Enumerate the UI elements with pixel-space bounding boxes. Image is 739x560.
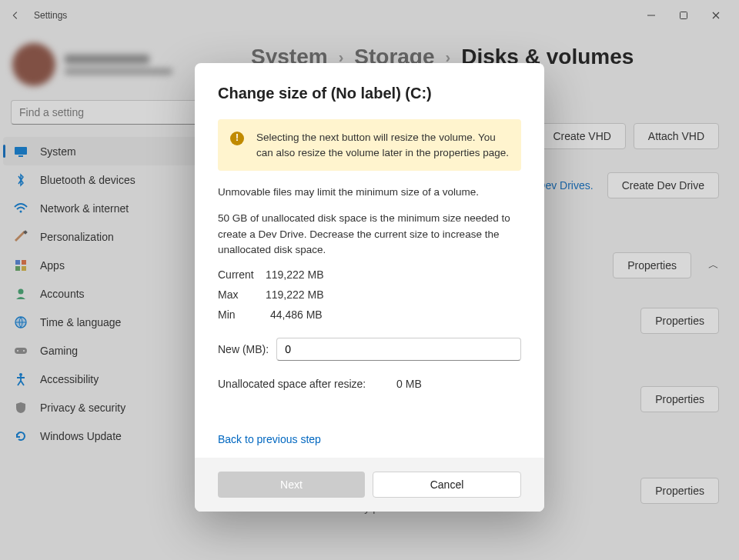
dialog-footer: Next Cancel	[195, 458, 544, 512]
dialog-title: Change size of (No label) (C:)	[218, 85, 521, 102]
dialog-note: Unmovable files may limit the minimum si…	[218, 185, 521, 200]
size-stats: Current 119,222 MB Max 119,222 MB Min 44…	[218, 268, 521, 328]
back-link[interactable]: Back to previous step	[218, 433, 521, 445]
min-value: 44,486 MB	[266, 308, 323, 328]
unallocated-label: Unallocated space after resize:	[218, 378, 366, 390]
dialog-note: 50 GB of unallocated disk space is the m…	[218, 211, 521, 258]
new-size-input[interactable]	[276, 338, 521, 361]
unallocated-value: 0 MB	[396, 378, 422, 390]
resize-volume-dialog: Change size of (No label) (C:) ! Selecti…	[195, 63, 544, 512]
max-label: Max	[218, 288, 266, 308]
current-label: Current	[218, 268, 266, 288]
unallocated-row: Unallocated space after resize: 0 MB	[218, 378, 521, 390]
max-value: 119,222 MB	[266, 288, 324, 308]
warning-icon: !	[230, 132, 244, 145]
modal-overlay: Change size of (No label) (C:) ! Selecti…	[0, 0, 739, 560]
next-button[interactable]: Next	[218, 472, 365, 498]
warning-banner: ! Selecting the next button will resize …	[218, 119, 521, 171]
warning-text: Selecting the next button will resize th…	[256, 130, 509, 160]
min-label: Min	[218, 308, 266, 328]
new-size-label: New (MB):	[218, 343, 269, 355]
cancel-button[interactable]: Cancel	[373, 472, 521, 498]
current-value: 119,222 MB	[266, 268, 324, 288]
